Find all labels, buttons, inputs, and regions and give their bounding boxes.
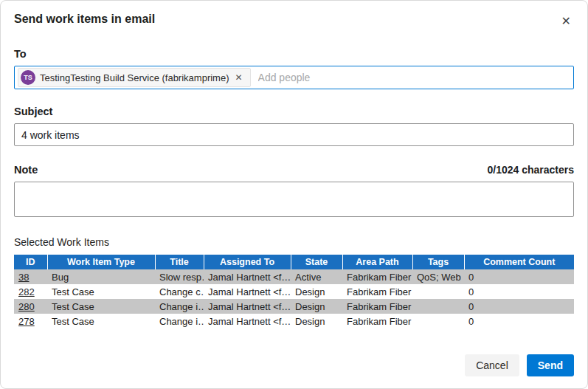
work-item-state-cell: Design (291, 299, 342, 314)
cancel-button[interactable]: Cancel (465, 354, 519, 376)
work-item-row: 38 Bug Slow resp… Jamal Hartnett <f… Act… (14, 269, 574, 284)
remove-recipient-icon[interactable]: ✕ (233, 72, 243, 83)
column-header-assigned-to: Assigned To (204, 255, 291, 269)
to-label: To (14, 48, 574, 60)
work-item-title-cell: Change i… (155, 299, 204, 314)
dialog-footer: Cancel Send (465, 354, 574, 376)
work-item-title-cell: Change i… (155, 314, 204, 328)
work-item-row: 278 Test Case Change i… Jamal Hartnett <… (14, 314, 574, 328)
add-people-input[interactable] (257, 71, 570, 84)
work-item-comments-cell: 0 (464, 314, 574, 328)
work-item-comments-cell: 0 (464, 269, 574, 284)
work-item-assigned-cell: Jamal Hartnett <f… (204, 314, 291, 328)
work-item-tags-cell: QoS; Web (412, 269, 464, 284)
column-header-id: ID (14, 255, 47, 269)
work-item-state-cell: Design (291, 314, 342, 328)
work-item-state-cell: Design (291, 284, 342, 299)
work-item-id-cell: 280 (14, 299, 47, 314)
work-item-id-cell: 282 (14, 284, 47, 299)
note-header: Note 0/1024 characters (14, 164, 574, 176)
work-item-area-cell: Fabrikam Fiber (342, 299, 412, 314)
work-items-table: ID Work Item Type Title Assigned To Stat… (14, 255, 574, 328)
work-item-id-link[interactable]: 282 (18, 286, 35, 297)
recipient-chip[interactable]: TS TestingTesting Build Service (fabrika… (18, 68, 251, 87)
recipient-chip-label: TestingTesting Build Service (fabrikampr… (40, 72, 229, 83)
work-item-row: 280 Test Case Change i… Jamal Hartnett <… (14, 299, 574, 314)
work-item-title-cell: Change c… (155, 284, 204, 299)
work-item-comments-cell: 0 (464, 299, 574, 314)
column-header-tags: Tags (412, 255, 464, 269)
work-item-area-cell: Fabrikam Fiber (342, 269, 412, 284)
work-item-comments-cell: 0 (464, 284, 574, 299)
work-item-area-cell: Fabrikam Fiber (342, 284, 412, 299)
subject-input[interactable] (14, 123, 574, 146)
send-work-items-dialog: Send work items in email ✕ To TS Testing… (0, 0, 588, 389)
send-button[interactable]: Send (527, 354, 574, 376)
avatar: TS (21, 70, 35, 85)
column-header-title: Title (155, 255, 204, 269)
note-label: Note (14, 164, 38, 176)
column-header-work-item-type: Work Item Type (47, 255, 155, 269)
dialog-header: Send work items in email ✕ (14, 13, 574, 30)
work-item-type-cell: Test Case (47, 314, 155, 328)
work-item-tags-cell (412, 284, 464, 299)
work-item-type-cell: Test Case (47, 284, 155, 299)
selected-work-items-label: Selected Work Items (14, 236, 574, 248)
subject-label: Subject (14, 106, 574, 117)
note-input[interactable] (14, 182, 574, 217)
work-item-id-link[interactable]: 38 (18, 272, 29, 283)
work-item-id-cell: 38 (14, 269, 47, 284)
close-icon[interactable]: ✕ (558, 13, 574, 30)
column-header-comment-count: Comment Count (464, 255, 574, 269)
work-item-id-cell: 278 (14, 314, 47, 328)
work-item-id-link[interactable]: 280 (18, 301, 35, 312)
column-header-area-path: Area Path (342, 255, 412, 269)
work-item-assigned-cell: Jamal Hartnett <f… (204, 299, 291, 314)
work-item-type-cell: Bug (47, 269, 155, 284)
note-character-counter: 0/1024 characters (487, 164, 574, 176)
work-item-id-link[interactable]: 278 (18, 316, 35, 327)
work-item-type-cell: Test Case (47, 299, 155, 314)
dialog-title: Send work items in email (14, 13, 155, 26)
work-item-tags-cell (412, 314, 464, 328)
work-item-row: 282 Test Case Change c… Jamal Hartnett <… (14, 284, 574, 299)
work-item-assigned-cell: Jamal Hartnett <f… (204, 284, 291, 299)
column-header-state: State (291, 255, 342, 269)
work-item-tags-cell (412, 299, 464, 314)
work-item-assigned-cell: Jamal Hartnett <f… (204, 269, 291, 284)
work-item-area-cell: Fabrikam Fiber (342, 314, 412, 328)
table-header-row: ID Work Item Type Title Assigned To Stat… (14, 255, 574, 269)
work-item-title-cell: Slow resp… (155, 269, 204, 284)
to-field[interactable]: TS TestingTesting Build Service (fabrika… (14, 66, 574, 89)
work-item-state-cell: Active (291, 269, 342, 284)
